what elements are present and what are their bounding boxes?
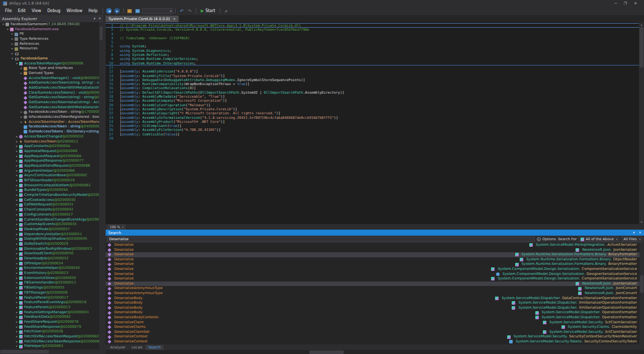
- code-editor[interactable]: 1// C:\Program Files\dotnet\shared\Micro…: [106, 22, 644, 224]
- bottom-tab-locals[interactable]: Locals: [128, 345, 145, 350]
- tree-item[interactable]: ▸FacebookAccessToken : string @17000007: [0, 110, 103, 115]
- tree-item[interactable]: ▸GameAccessToken @02000011: [0, 139, 103, 145]
- expander-icon[interactable]: ▸: [15, 242, 19, 247]
- code-line[interactable]: 22[assembly: AssemblyCopyright("© Micros…: [106, 111, 639, 115]
- expander-icon[interactable]: ▸: [15, 286, 19, 291]
- expander-icon[interactable]: ▸: [15, 305, 19, 310]
- search-result-row[interactable]: DeserializeNewtonsoft.Json.JsonSerialize…: [106, 281, 644, 287]
- expander-icon[interactable]: ▸: [15, 213, 19, 218]
- tree-item[interactable]: AccessTokenManager() : void @06000030: [0, 76, 103, 81]
- maximize-button[interactable]: ❐: [624, 2, 627, 6]
- tree-item[interactable]: ▸Type References: [0, 37, 103, 42]
- tree-item[interactable]: ▸IsFacebookAccessTokenRegistered : bool …: [0, 115, 103, 120]
- tree-item[interactable]: ▸DesktopMode @02000057: [0, 227, 103, 232]
- code-line[interactable]: 3: [106, 32, 639, 36]
- expander-icon[interactable]: ▸: [15, 202, 19, 207]
- tree-item[interactable]: ▸BrowserIncompatibleItem @02000061: [0, 183, 103, 188]
- code-line[interactable]: 20[assembly: AssemblyConfiguration("Rele…: [106, 103, 639, 107]
- code-line[interactable]: 6using System;: [106, 44, 639, 48]
- code-line[interactable]: 13[assembly: AssemblyTitle("System.Priva…: [106, 74, 639, 78]
- menu-item-debug[interactable]: Debug: [44, 8, 63, 14]
- tree-item[interactable]: GetGameAccessToken(string) : string @060…: [0, 95, 103, 100]
- search-assemblies-icon[interactable]: ⌕: [223, 8, 229, 14]
- scroll-up-icon[interactable]: ▲: [639, 22, 644, 27]
- search-result-row[interactable]: DeserializeSystem.ComponentModel.Design.…: [106, 272, 644, 277]
- member-filter-combo[interactable]: All of the Above ▾: [579, 237, 619, 242]
- expander-icon[interactable]: ▸: [15, 291, 19, 296]
- expander-icon[interactable]: ▸: [15, 169, 19, 174]
- code-line[interactable]: 19[assembly: AssemblyCompany("Microsoft …: [106, 99, 639, 103]
- scroll-down-icon[interactable]: ▼: [639, 220, 644, 224]
- start-debug-button[interactable]: ▶ Start: [198, 9, 218, 13]
- expander-icon[interactable]: ▸: [15, 329, 19, 334]
- code-line[interactable]: 21[assembly: AssemblyDescription("System…: [106, 107, 639, 111]
- redo-icon[interactable]: ↷: [187, 8, 193, 14]
- search-result-row[interactable]: DeserializeContextSystem.ServiceModel.Se…: [106, 339, 644, 344]
- tree-item[interactable]: ▸FeatureSettingsManager @02000024: [0, 310, 103, 315]
- tree-item[interactable]: ▸FeaturePanels @02000013: [0, 305, 103, 310]
- expander-icon[interactable]: ▸: [11, 42, 14, 47]
- code-line[interactable]: 4// Timestamp: <Unknown> (C15FFB5A): [106, 36, 639, 40]
- bottom-tab-analyzer[interactable]: Analyzer: [107, 345, 128, 350]
- tree-item[interactable]: ▸DismissableTooltipWindow @02000013: [0, 247, 103, 252]
- expander-icon[interactable]: ▸: [20, 115, 23, 120]
- tree-item[interactable]: ▸FetchGVRAccessTokenRequest @02000082: [0, 334, 103, 339]
- tree-item[interactable]: ▸FileHelper @02000063: [0, 344, 103, 349]
- code-line[interactable]: 27[assembly: ComVisible(false)]: [106, 132, 639, 136]
- expander-icon[interactable]: ▸: [15, 232, 19, 237]
- code-line[interactable]: 7using System.Diagnostics;: [106, 49, 639, 53]
- code-line[interactable]: 24[assembly: AssemblyProduct("Microsoft®…: [106, 120, 639, 124]
- navigate-forward-icon[interactable]: ▶: [114, 8, 120, 14]
- undo-icon[interactable]: ↶: [179, 8, 185, 14]
- tree-item[interactable]: ▸Resources: [0, 46, 103, 51]
- menu-item-view[interactable]: View: [29, 8, 44, 14]
- expander-icon[interactable]: ▸: [15, 266, 19, 271]
- expander-icon[interactable]: ▸: [15, 139, 19, 145]
- editor-tab[interactable]: System.Private.CoreLib (4.0.0.0) ✕: [106, 16, 179, 22]
- pane-close-icon[interactable]: ✕: [639, 231, 641, 235]
- expander-icon[interactable]: ▸: [15, 159, 19, 164]
- expander-icon[interactable]: ▸: [15, 144, 19, 149]
- tree-item[interactable]: ▸AppRequestRequest @0200006A: [0, 154, 103, 159]
- expander-icon[interactable]: ▸: [20, 120, 23, 125]
- tree-item[interactable]: ▸DependencyInstaller @02000051: [0, 232, 103, 237]
- search-result-row[interactable]: DeserializeClaimsSystem.Security.Claims.…: [106, 325, 644, 330]
- expander-icon[interactable]: ▸: [15, 325, 19, 330]
- search-result-row[interactable]: DeserializeSystem.Runtime.Serialization.…: [106, 262, 644, 267]
- code-line[interactable]: 8using System.Reflection;: [106, 53, 639, 57]
- tree-item[interactable]: ▸DPIHelper @02000034: [0, 261, 103, 266]
- bottom-tab-search[interactable]: Search: [145, 345, 164, 350]
- code-line[interactable]: 28: [106, 136, 639, 140]
- tree-item[interactable]: ▸AppRequestResponse @02000077: [0, 159, 103, 164]
- tree-horizontal-scrollbar[interactable]: [0, 349, 103, 354]
- tree-item[interactable]: ▸FetchUser @02000026: [0, 329, 103, 334]
- tree-item[interactable]: ▾FacebookGameroom (7.24.6649.39418): [0, 22, 103, 27]
- tree-item[interactable]: ▸ConfigListeners @02000027: [0, 213, 103, 218]
- expander-icon[interactable]: ▸: [15, 271, 19, 276]
- expander-icon[interactable]: ▸: [15, 237, 19, 242]
- tree-item[interactable]: AddGameAccessTokenWithMetaData(string, s…: [0, 86, 103, 91]
- options-button[interactable]: ∨ Options: [537, 237, 556, 241]
- code-line[interactable]: 2// System.Private.CoreLib, Version=4.0.…: [106, 28, 639, 32]
- expander-icon[interactable]: ▸: [15, 280, 19, 286]
- menu-item-help[interactable]: Help: [86, 8, 101, 14]
- menu-item-file[interactable]: File: [2, 8, 15, 14]
- expander-icon[interactable]: ▸: [15, 310, 19, 315]
- search-result-row[interactable]: DeserializeSystem.ServiceModel.MsmqInteg…: [106, 243, 644, 248]
- search-result-row[interactable]: DeserializeClaimSystem.ServiceModel.Secu…: [106, 320, 644, 325]
- file-filter-combo[interactable]: All Files ▾: [621, 237, 642, 242]
- expander-icon[interactable]: ▸: [15, 222, 19, 227]
- expander-icon[interactable]: ▾: [15, 61, 19, 66]
- expander-icon[interactable]: ▾: [6, 27, 10, 32]
- code-line[interactable]: 17[assembly: DefaultDllImportSearchPaths…: [106, 91, 639, 95]
- tree-item[interactable]: ▸PE: [0, 32, 103, 37]
- scrollbar-thumb[interactable]: [309, 350, 344, 354]
- expander-icon[interactable]: ▸: [15, 193, 19, 198]
- expander-icon[interactable]: ▸: [11, 46, 14, 51]
- expander-icon[interactable]: ▸: [20, 110, 23, 115]
- expander-icon[interactable]: ▸: [15, 344, 19, 349]
- tree-item[interactable]: ▸DownloadJob @02000052: [0, 256, 103, 261]
- tree-item[interactable]: facebookAccessToken : string @04000008: [0, 124, 103, 129]
- tree-item[interactable]: ▸FetchGVRAccessTokenResponse @02000081: [0, 339, 103, 344]
- expander-icon[interactable]: ▸: [15, 296, 19, 301]
